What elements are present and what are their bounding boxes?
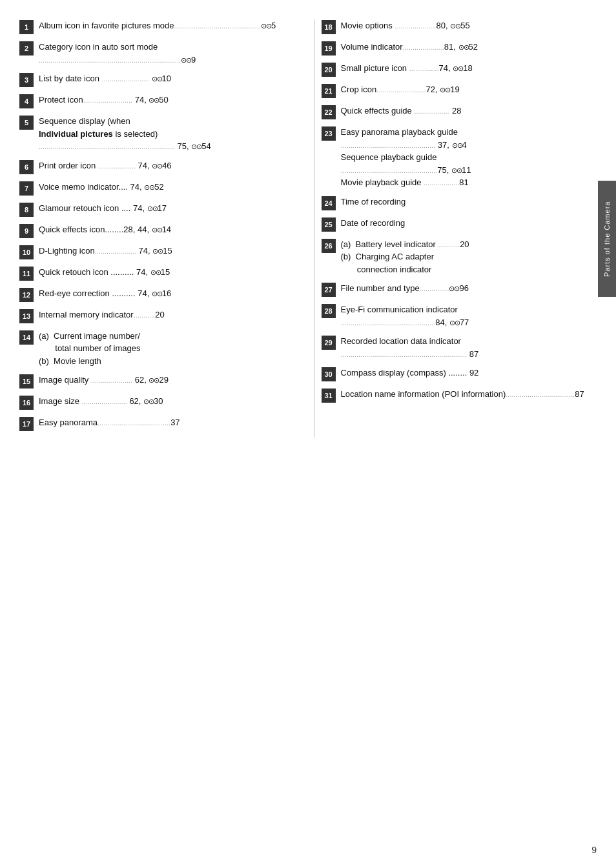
item-number: 30 (322, 367, 336, 381)
item-description: Sequence display (whenIndividual picture… (39, 115, 302, 153)
item-number: 20 (322, 63, 336, 77)
item-number: 24 (322, 196, 336, 210)
item-description: Red-eye correction .......... 74, ⊙⊙16 (39, 287, 302, 300)
list-item: 31 Location name information (POI inform… (322, 388, 604, 403)
item-number: 3 (19, 73, 34, 87)
item-number: 8 (19, 203, 34, 217)
item-description: Quick retouch icon .......... 74, ⊙⊙15 (39, 266, 302, 279)
item-number: 1 (19, 20, 34, 34)
list-item: 19 Volume indicator.....................… (322, 41, 604, 56)
list-item: 16 Image size ....................... 62… (19, 395, 302, 410)
item-number: 7 (19, 181, 34, 196)
list-item: 3 List by date icon ....................… (19, 72, 302, 87)
item-description: D-Lighting icon..................... 74,… (39, 245, 302, 257)
item-description: Date of recording (341, 217, 604, 230)
item-description: Category icon in auto sort mode.........… (39, 41, 302, 66)
item-description: Protect icon......................... 74… (39, 94, 302, 106)
item-number: 21 (322, 84, 336, 98)
item-description: List by date icon ......................… (39, 72, 302, 85)
list-item: 7 Voice memo indicator.... 74, ⊙⊙52 (19, 181, 302, 196)
item-number: 10 (19, 245, 34, 259)
list-item: 23 Easy panorama playback guide.........… (322, 126, 604, 189)
item-number: 26 (322, 239, 336, 253)
item-description: Volume indicator.....................81,… (341, 41, 604, 54)
list-item: 27 File number and type...............⊙⊙… (322, 282, 604, 297)
item-description: Internal memory indicator...........20 (39, 308, 302, 321)
item-number: 17 (19, 417, 34, 431)
item-number: 5 (19, 116, 34, 130)
item-description: Quick effects guide .................. 2… (341, 105, 604, 117)
item-description: (a) Battery level indicator ...........2… (341, 238, 604, 276)
list-item: 21 Crop icon.........................72,… (322, 83, 604, 98)
list-item: 24 Time of recording (322, 196, 604, 210)
page-content: 1 Album icon in favorite pictures mode..… (0, 0, 616, 457)
item-number: 22 (322, 105, 336, 119)
list-item: 9 Quick effects icon........28, 44, ⊙⊙14 (19, 223, 302, 238)
item-number: 28 (322, 304, 336, 318)
list-item: 8 Glamour retouch icon .... 74, ⊙⊙17 (19, 202, 302, 217)
list-item: 11 Quick retouch icon .......... 74, ⊙⊙1… (19, 266, 302, 281)
list-item: 22 Quick effects guide .................… (322, 105, 604, 119)
item-number: 4 (19, 94, 34, 108)
item-number: 6 (19, 160, 34, 174)
list-item: 30 Compass display (compass) ........ 92 (322, 367, 604, 381)
item-description: Image size ....................... 62, ⊙… (39, 395, 302, 408)
item-number: 2 (19, 41, 34, 56)
right-column: 18 Movie options .....................80… (314, 19, 604, 438)
item-number: 11 (19, 267, 34, 281)
item-description: Album icon in favorite pictures mode....… (39, 19, 302, 32)
item-number: 16 (19, 396, 34, 410)
list-item: 2 Category icon in auto sort mode.......… (19, 41, 302, 66)
item-number: 14 (19, 330, 34, 345)
item-description: Compass display (compass) ........ 92 (341, 367, 604, 379)
item-number: 25 (322, 217, 336, 232)
list-item: 29 Recorded location data indicator.....… (322, 335, 604, 360)
list-item: 26 (a) Battery level indicator .........… (322, 238, 604, 276)
item-description: Crop icon.........................72, ⊙⊙… (341, 83, 604, 96)
list-item: 5 Sequence display (whenIndividual pictu… (19, 115, 302, 153)
item-number: 13 (19, 309, 34, 323)
item-description: Time of recording (341, 196, 604, 208)
item-number: 19 (322, 41, 336, 56)
item-description: Small picture icon ...............74, ⊙⊙… (341, 62, 604, 75)
list-item: 6 Print order icon ................... 7… (19, 159, 302, 174)
list-item: 4 Protect icon......................... … (19, 94, 302, 108)
list-item: 18 Movie options .....................80… (322, 19, 604, 34)
item-number: 18 (322, 20, 336, 34)
item-description: Glamour retouch icon .... 74, ⊙⊙17 (39, 202, 302, 215)
list-item: 25 Date of recording (322, 217, 604, 232)
item-description: Voice memo indicator.... 74, ⊙⊙52 (39, 181, 302, 194)
list-item: 14 (a) Current image number/ total numbe… (19, 330, 302, 368)
item-number: 12 (19, 288, 34, 302)
item-description: Eye-Fi communication indicator..........… (341, 303, 604, 328)
item-description: Recorded location data indicator........… (341, 335, 604, 360)
item-number: 9 (19, 224, 34, 238)
item-number: 27 (322, 283, 336, 297)
list-item: 20 Small picture icon ...............74,… (322, 62, 604, 77)
item-number: 29 (322, 336, 336, 350)
item-description: Movie options .....................80, ⊙… (341, 19, 604, 32)
list-item: 12 Red-eye correction .......... 74, ⊙⊙1… (19, 287, 302, 302)
left-column: 1 Album icon in favorite pictures mode..… (19, 19, 308, 438)
item-description: Location name information (POI informati… (341, 388, 604, 401)
list-item: 15 Image quality ..................... 6… (19, 374, 302, 389)
item-description: File number and type...............⊙⊙96 (341, 282, 604, 295)
page-number: 9 (591, 845, 597, 855)
item-description: Easy panorama playback guide............… (341, 126, 604, 189)
list-item: 17 Easy panorama........................… (19, 416, 302, 431)
item-description: Image quality ..................... 62, … (39, 374, 302, 387)
item-description: Quick effects icon........28, 44, ⊙⊙14 (39, 223, 302, 236)
side-label: Parts of the Camera (598, 181, 616, 297)
list-item: 1 Album icon in favorite pictures mode..… (19, 19, 302, 34)
list-item: 28 Eye-Fi communication indicator.......… (322, 303, 604, 328)
item-description: Easy panorama...........................… (39, 416, 302, 429)
list-item: 10 D-Lighting icon..................... … (19, 245, 302, 259)
list-item: 13 Internal memory indicator...........2… (19, 308, 302, 323)
item-number: 15 (19, 374, 34, 389)
item-description: (a) Current image number/ total number o… (39, 330, 302, 368)
item-number: 23 (322, 126, 336, 141)
item-number: 31 (322, 389, 336, 403)
item-description: Print order icon ................... 74,… (39, 159, 302, 172)
